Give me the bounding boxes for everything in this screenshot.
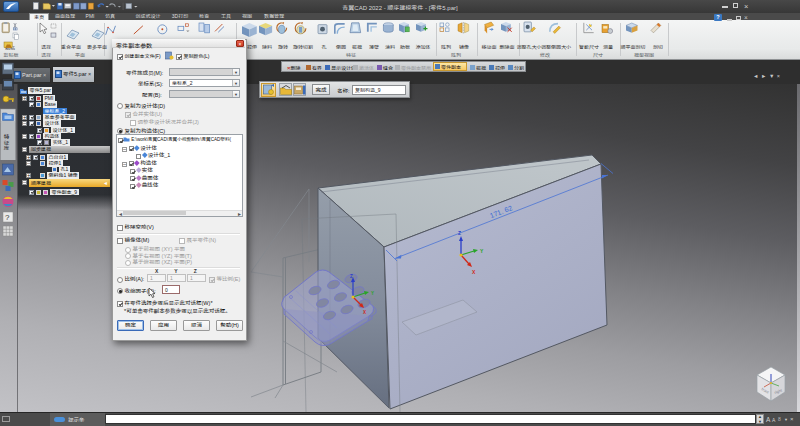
svg-text:Z: Z (458, 230, 461, 236)
svg-text:Y: Y (371, 291, 374, 296)
svg-text:X: X (363, 310, 366, 315)
svg-text:?: ? (5, 213, 10, 222)
svg-text:Z: Z (350, 274, 353, 279)
